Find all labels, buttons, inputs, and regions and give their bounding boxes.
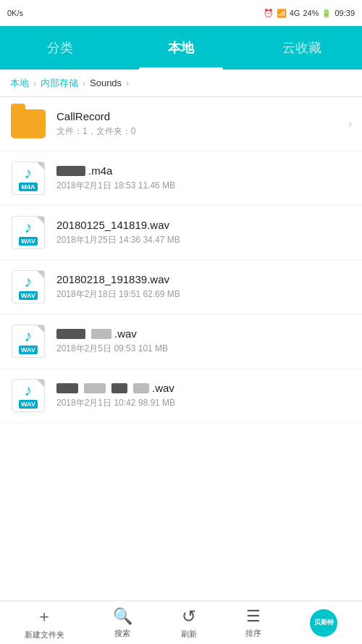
new-folder-label: 新建文件夹 (25, 630, 64, 640)
music-note-icon: ♪ (25, 219, 33, 235)
file3-info: 20180218_191839.wav 2018年2月18日 19:51 62.… (56, 273, 352, 301)
music-note-icon: ♪ (25, 382, 33, 398)
wifi-icon: 📶 (277, 9, 287, 18)
audio-icon-file3: ♪ WAV (10, 269, 46, 305)
file5-name: .wav (56, 382, 352, 394)
folder-shape (11, 109, 46, 138)
list-item[interactable]: ♪ M4A .m4a 2018年2月1日 18:53 11.46 MB (0, 151, 362, 206)
audio-icon-file2: ♪ WAV (10, 214, 46, 251)
redacted-block-sm2 (133, 383, 149, 393)
status-speed: 0K/s (7, 9, 23, 17)
clock: 09:39 (334, 9, 355, 17)
breadcrumb-sounds[interactable]: Sounds (90, 78, 122, 88)
search-icon: 🔍 (113, 607, 132, 626)
search-button[interactable]: 🔍 搜索 (107, 604, 138, 642)
callrecord-name: CallRecord (56, 110, 342, 122)
callrecord-meta: 文件：1，文件夹：0 (56, 125, 342, 138)
refresh-button[interactable]: ↻ 刷新 (175, 603, 203, 643)
file-ext-label: WAV (19, 237, 38, 246)
file1-name: .m4a (56, 164, 352, 177)
file-ext-label: WAV (19, 400, 38, 409)
list-item[interactable]: ♪ WAV .wav 2018年2月5日 09:53 101 MB (0, 314, 362, 369)
music-note-icon: ♪ (25, 165, 33, 181)
file-ext-label: WAV (19, 346, 38, 354)
sort-label: 排序 (245, 628, 261, 639)
redacted-block (56, 329, 85, 339)
audio-shape: ♪ M4A (12, 162, 45, 195)
refresh-label: 刷新 (181, 629, 197, 640)
refresh-icon: ↻ (182, 606, 196, 627)
signal-icon: 4G (290, 9, 300, 17)
breadcrumb-sep-1: › (33, 78, 36, 88)
breadcrumb-sep-2: › (83, 78, 85, 88)
file2-info: 20180125_141819.wav 2018年1月25日 14:36 34.… (56, 219, 352, 246)
file-ext-label: M4A (19, 183, 37, 191)
audio-shape: ♪ WAV (12, 325, 45, 358)
redacted-block-sm (84, 383, 106, 393)
file1-info: .m4a 2018年2月1日 18:53 11.46 MB (56, 164, 352, 192)
callrecord-arrow: › (348, 117, 352, 130)
audio-shape: ♪ WAV (12, 379, 45, 412)
music-note-icon: ♪ (25, 328, 33, 344)
file3-name: 20180218_191839.wav (56, 273, 352, 285)
more-button[interactable]: 贝斯特 (304, 606, 343, 640)
file3-meta: 2018年2月18日 19:51 62.69 MB (56, 288, 352, 301)
battery-text: 24% (303, 9, 319, 17)
redacted-block (56, 383, 78, 393)
tab-fenlei[interactable]: 分类 (0, 26, 121, 70)
file-list: CallRecord 文件：1，文件夹：0 › ♪ M4A .m4a 2018年… (0, 97, 362, 601)
status-icons: ⏰ 📶 4G 24% 🔋 09:39 (264, 9, 355, 18)
new-folder-button[interactable]: ＋ 新建文件夹 (19, 603, 70, 643)
tab-bendi[interactable]: 本地 (121, 26, 242, 70)
audio-shape: ♪ WAV (12, 216, 45, 249)
audio-icon-file1: ♪ M4A (10, 160, 46, 196)
tab-navigation: 分类 本地 云收藏 (0, 26, 362, 70)
folder-icon-callrecord (10, 106, 46, 142)
file4-meta: 2018年2月5日 09:53 101 MB (56, 343, 352, 355)
file5-info: .wav 2018年2月1日 10:42 98.91 MB (56, 382, 352, 409)
redacted-block-2 (111, 383, 127, 393)
music-note-icon: ♪ (25, 274, 33, 290)
file5-meta: 2018年2月1日 10:42 98.91 MB (56, 397, 352, 409)
audio-icon-file5: ♪ WAV (10, 377, 46, 414)
breadcrumb-neibucunchu[interactable]: 内部存储 (41, 77, 78, 90)
sort-button[interactable]: ☰ 排序 (240, 604, 267, 642)
audio-icon-file4: ♪ WAV (10, 323, 46, 359)
breadcrumb-bendi[interactable]: 本地 (10, 77, 29, 90)
list-item[interactable]: CallRecord 文件：1，文件夹：0 › (0, 97, 362, 151)
list-item[interactable]: ♪ WAV .wav 2018年2月1日 10:42 98.91 MB (0, 369, 362, 423)
file2-meta: 2018年1月25日 14:36 34.47 MB (56, 234, 352, 246)
list-item[interactable]: ♪ WAV 20180218_191839.wav 2018年2月18日 19:… (0, 260, 362, 314)
list-item[interactable]: ♪ WAV 20180125_141819.wav 2018年1月25日 14:… (0, 206, 362, 260)
file-ext-label: WAV (19, 291, 38, 300)
battery-icon: 🔋 (321, 9, 332, 18)
sort-icon: ☰ (246, 607, 261, 626)
watermark-logo: 贝斯特 (310, 609, 337, 637)
file4-info: .wav 2018年2月5日 09:53 101 MB (56, 327, 352, 355)
breadcrumb-end-arrow: › (126, 78, 129, 88)
file2-name: 20180125_141819.wav (56, 219, 352, 231)
redacted-block-sm (91, 329, 111, 339)
alarm-icon: ⏰ (264, 9, 274, 18)
status-bar: 0K/s ⏰ 📶 4G 24% 🔋 09:39 (0, 0, 362, 26)
bottom-toolbar: ＋ 新建文件夹 🔍 搜索 ↻ 刷新 ☰ 排序 贝斯特 (0, 601, 362, 644)
tab-yunshoucang[interactable]: 云收藏 (241, 26, 362, 70)
breadcrumb: 本地 › 内部存储 › Sounds › (0, 70, 362, 97)
plus-icon: ＋ (36, 606, 52, 627)
file1-meta: 2018年2月1日 18:53 11.46 MB (56, 180, 352, 192)
audio-shape: ♪ WAV (12, 270, 45, 304)
file4-name: .wav (56, 327, 352, 340)
redacted-block (56, 166, 85, 176)
search-label: 搜索 (114, 628, 130, 639)
callrecord-info: CallRecord 文件：1，文件夹：0 (56, 110, 342, 138)
